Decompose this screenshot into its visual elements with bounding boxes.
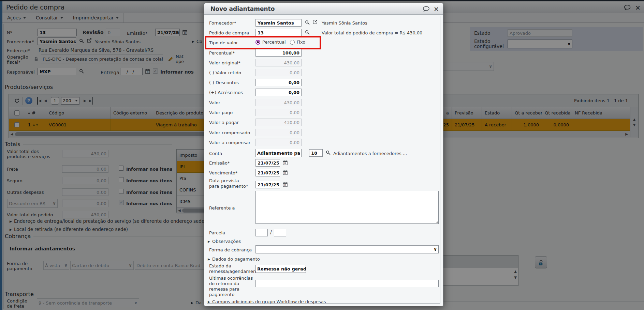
m-fornecedor-label: Fornecedor* [209, 20, 236, 26]
dados-pagamento-toggle[interactable]: ▶ Dados do pagamento [208, 257, 260, 262]
m-parcela-input-2[interactable] [274, 229, 286, 236]
m-emissao-input[interactable]: 21/07/25 [255, 159, 280, 167]
m-acrescimos-label: (+) Acréscimos [209, 90, 243, 95]
m-referente-label: Referente a [209, 205, 235, 211]
m-conta-num-input[interactable]: 18 [309, 149, 323, 157]
m-parcela-input-1[interactable] [255, 229, 268, 236]
m-valor-label: Valor [209, 100, 220, 106]
m-valor-input: 430,00 [255, 99, 302, 106]
comment-bubble-icon[interactable] [423, 6, 430, 12]
m-parcela-label: Parcela [209, 230, 225, 236]
chevron-down-icon: ∨ [432, 247, 437, 252]
m-pedido-input[interactable]: 13 [255, 29, 302, 36]
fixo-radio-label: Fixo [297, 40, 305, 45]
m-valor-pago-label: Valor pago [209, 110, 233, 115]
dados-pagamento-label: Dados do pagamento [212, 257, 260, 262]
search-icon[interactable] [305, 30, 310, 35]
m-remessa-select[interactable]: Remessa não gerada∨ [255, 265, 306, 273]
campos-adicionais-toggle[interactable]: ▶ Campos adicionais do grupo Workflow de… [208, 299, 326, 305]
m-data-prevista-label: Data prevista para pagamento* [209, 178, 250, 189]
m-ocorrencias-label: Últimas ocorrências do retorno da remess… [209, 276, 253, 297]
fixo-radio[interactable] [290, 40, 295, 45]
m-descontos-input[interactable]: 0,00 [255, 79, 302, 86]
m-valor-a-compensar-label: Valor a compensar [209, 140, 250, 145]
screen: Pedido de compra × Ações Consultar Impri… [0, 0, 644, 310]
m-valor-a-pagar-label: Valor a pagar [209, 120, 239, 125]
m-conta-info: Adiantamentos a fornecedores ... [333, 151, 407, 156]
calendar-icon[interactable] [283, 160, 288, 165]
m-valor-pago-input: 0,00 [255, 109, 302, 116]
m-parcela-separator: / [270, 230, 272, 235]
search-icon[interactable] [305, 20, 310, 25]
m-ocorrencias-input[interactable] [255, 280, 439, 287]
chevron-down-icon: ∨ [300, 151, 302, 155]
m-vencimento-label: Vencimento* [209, 170, 237, 176]
m-fornecedor-nome: Yasmin Sônia Santos [322, 20, 367, 26]
m-forma-cobranca-label: Forma de cobrança [209, 247, 252, 253]
m-percentual-label: Percentual* [209, 50, 235, 56]
observacoes-toggle[interactable]: ▶ Observações [208, 239, 241, 244]
percentual-radio-label: Percentual [262, 40, 286, 45]
calendar-icon[interactable] [283, 182, 288, 187]
novo-adiantamento-modal: Novo adiantamento × Fornecedor* Yasmin S… [204, 3, 443, 306]
m-remessa-value: Remessa não gerada [257, 266, 306, 272]
percentual-radio[interactable] [255, 40, 260, 45]
campos-adicionais-label: Campos adicionais do grupo Workflow de d… [212, 299, 326, 305]
m-tipo-label: Tipo de valor [209, 40, 238, 46]
m-valor-original-label: Valor original* [209, 60, 240, 66]
m-forma-cobranca-select[interactable]: ∨ [255, 245, 439, 253]
m-descontos-label: (-) Descontos [209, 80, 239, 86]
m-valor-retido-label: (-) Valor retido [209, 70, 241, 76]
m-valor-retido-input: 0,00 [255, 69, 302, 76]
modal-title: Novo adiantamento [210, 5, 275, 12]
external-link-icon[interactable] [313, 20, 318, 25]
m-conta-label: Conta [209, 151, 222, 156]
m-valor-original-input: 430,00 [255, 59, 302, 66]
expand-arrow-icon: ▶ [208, 300, 210, 304]
m-pedido-info: Valor total do pedido de compra = R$ 430… [322, 30, 422, 35]
m-emissao-label: Emissão* [209, 160, 230, 166]
m-remessa-label: Estado da remessa/agendamento [209, 263, 253, 274]
m-pedido-label: Pedido de compra [209, 30, 249, 36]
m-valor-a-compensar-input: 0,00 [255, 139, 302, 146]
m-conta-select[interactable]: Adiantamento pa∨ [255, 149, 302, 157]
search-icon[interactable] [326, 150, 331, 155]
m-vencimento-input[interactable]: 21/07/25 [255, 169, 280, 176]
m-referente-textarea[interactable] [255, 191, 439, 224]
m-fornecedor-input[interactable]: Yasmin Santos [255, 19, 302, 27]
m-percentual-input[interactable]: 100,00 [255, 49, 302, 57]
expand-arrow-icon: ▶ [208, 258, 210, 261]
m-valor-compensado-input: 0,00 [255, 129, 302, 136]
calendar-icon[interactable] [283, 170, 288, 175]
close-icon[interactable]: × [434, 6, 439, 12]
tipo-valor-radiogroup: Percentual Fixo [255, 40, 305, 45]
observacoes-label: Observações [212, 239, 241, 244]
m-data-prevista-input[interactable]: 21/07/25 [255, 181, 280, 188]
m-conta-select-value: Adiantamento pa [257, 151, 300, 156]
modal-controls: × [423, 6, 439, 12]
m-valor-compensado-label: Valor compensado [209, 130, 250, 136]
m-valor-a-pagar-input: 430,00 [255, 119, 302, 126]
expand-arrow-icon: ▶ [208, 240, 210, 243]
m-acrescimos-input[interactable]: 0,00 [255, 89, 302, 96]
